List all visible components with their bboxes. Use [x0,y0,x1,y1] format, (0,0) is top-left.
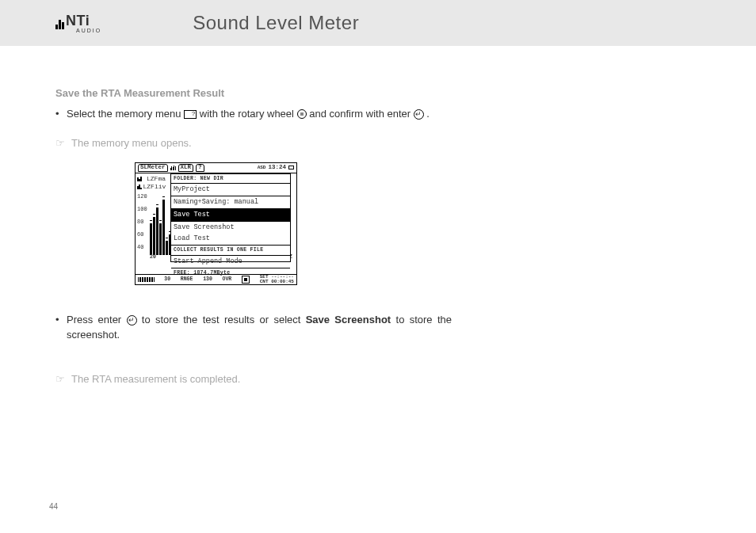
enter-icon: ↵ [127,315,137,326]
battery-icon [288,166,294,169]
bullet2-text-a: Press enter [67,314,127,326]
bullet2-bold: Save Screenshot [306,314,391,326]
chart-bar [159,223,162,255]
bullet-1: • Select the memory menu with the rotary… [55,106,452,122]
popup-hdr-collect: COLLECT RESULTS IN ONE FILE [171,246,290,256]
header-band: NTi AUDIO Sound Level Meter [0,0,756,46]
device-yaxis: 120 100 80 60 40 [137,194,147,257]
result-2: ☞ The RTA measurement is completed. [55,371,452,387]
device-tab-q: ? [196,164,204,172]
bullet1-text-d: . [426,108,430,120]
device-topbar: SLMeter XLR ? ASD 13:24 [136,163,296,173]
popup-load-test[interactable]: Load Test [171,233,290,246]
popup-project[interactable]: MyProject [171,184,290,196]
memory-menu-icon [184,110,197,119]
result2-text: The RTA measurement is completed. [71,371,240,387]
device-time: 13:24 [268,163,286,172]
logo: NTi AUDIO [55,13,101,33]
memory-menu-popup: FOLDER: NEW DIR MyProject Naming+Saving:… [170,173,291,262]
xtick: 20 [150,253,156,261]
bullet-2: • Press enter ↵ to store the test result… [55,312,452,343]
page-number: 44 [49,502,58,511]
mini-bars-icon-2 [137,185,142,189]
ytick: 100 [137,207,147,219]
logo-bars-icon [55,20,64,29]
bullet2-text-b: to store the test results or select [142,314,306,326]
popup-free: FREE: 1874.7MByte [171,268,290,278]
device-left-labels: LZFma LZFliv [137,175,166,191]
rnge-30: 30 [164,276,170,284]
logo-text: NTi [66,13,90,29]
rotary-wheel-icon [297,109,307,119]
cnt-time: CNT 00:00:45 [260,280,294,284]
mini-bars-icon-1 [137,177,145,181]
content: Save the RTA Measurement Result • Select… [55,86,452,386]
ytick: 80 [137,219,147,232]
device-tab-xlr: XLR [178,164,194,172]
chart-bar [162,200,165,255]
bars-mini-icon [170,166,176,170]
popup-append[interactable]: Start Append Mode [171,256,290,268]
device-asd: ASD [258,164,266,171]
ytick: 60 [137,232,147,245]
popup-save-test[interactable]: Save Test [171,209,290,222]
bullet1-text-a: Select the memory menu [67,108,184,120]
popup-save-screenshot[interactable]: Save Screenshot [171,222,290,234]
chart-bar [156,207,158,255]
chart-bar [150,223,152,255]
hand-icon: ☞ [55,135,65,151]
vu-meter-icon [138,277,155,282]
bullet1-text-b: with the rotary wheel [200,108,297,120]
result-1: ☞ The memory menu opens. [55,135,452,151]
popup-hdr-folder: FOLDER: NEW DIR [171,174,290,185]
bullet1-text-c: and confirm with enter [309,108,414,120]
ytick: 120 [137,194,147,207]
page-title: Sound Level Meter [193,12,359,34]
enter-icon: ↵ [414,109,424,120]
device-tab-slmeter: SLMeter [138,164,168,172]
logo-subtext: AUDIO [76,28,101,33]
device-screenshot: SLMeter XLR ? ASD 13:24 LZFma [135,162,297,285]
result1-text: The memory menu opens. [71,135,192,151]
label-lzfliv: LZFliv [143,182,166,192]
hand-icon: ☞ [55,371,65,387]
popup-naming[interactable]: Naming+Saving: manual [171,196,290,209]
section-title: Save the RTA Measurement Result [55,86,452,101]
chart-bar [153,217,155,255]
ytick: 40 [137,245,147,257]
